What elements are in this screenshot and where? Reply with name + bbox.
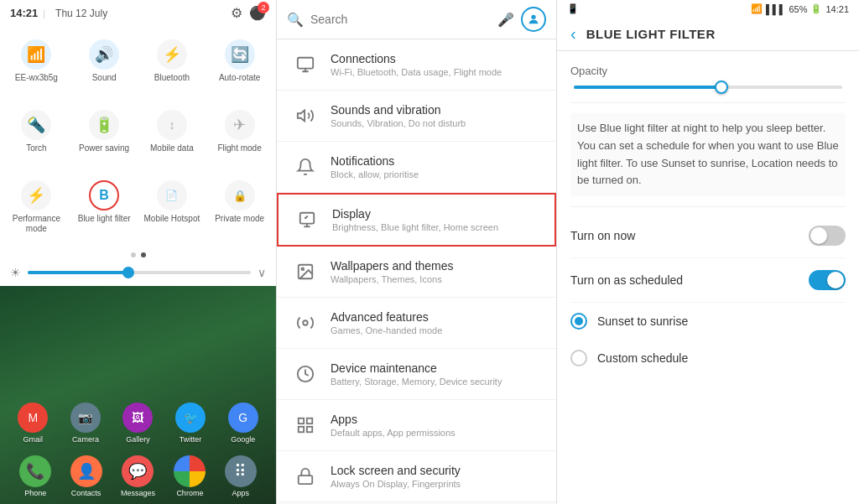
detail-time: 14:21 xyxy=(825,4,849,14)
phone-icon: 📞 xyxy=(19,455,51,487)
svg-point-7 xyxy=(301,268,304,270)
detail-content: Opacity Use Blue light filter at night t… xyxy=(557,51,859,504)
contacts-label: Contacts xyxy=(71,489,102,497)
torch-label: Torch xyxy=(26,143,46,153)
search-bar: 🔍 🎤 xyxy=(277,0,556,39)
radio-sunset-circle xyxy=(570,313,587,330)
chrome-icon xyxy=(174,455,206,487)
battery-percent: 65% xyxy=(789,4,807,14)
settings-item-notifications[interactable]: Notifications Block, allow, prioritise xyxy=(277,142,556,193)
qs-tile-flightmode[interactable]: ✈ Flight mode xyxy=(206,103,273,160)
back-button[interactable]: ‹ xyxy=(570,24,576,44)
camera-icon: 📷 xyxy=(70,403,101,433)
lockscreen-subtitle: Always On Display, Fingerprints xyxy=(331,479,543,489)
radio-custom-label: Custom schedule xyxy=(597,351,688,365)
google-label: Google xyxy=(231,435,255,444)
maintenance-icon xyxy=(290,359,320,389)
performance-icon: ⚡ xyxy=(21,180,51,210)
turn-on-now-toggle[interactable] xyxy=(809,226,846,246)
expand-icon[interactable]: ∨ xyxy=(258,266,266,279)
dock: 📞 Phone 👤 Contacts 💬 Messages Chrome ⠿ xyxy=(0,449,276,504)
advanced-title: Advanced features xyxy=(331,310,543,324)
twitter-icon: 🐦 xyxy=(175,403,206,433)
turn-on-scheduled-label: Turn on as scheduled xyxy=(570,273,683,287)
brightness-slider[interactable] xyxy=(28,271,251,274)
detail-status-left: 📱 xyxy=(567,3,579,14)
page-dots xyxy=(0,247,276,262)
qs-tile-torch[interactable]: 🔦 Torch xyxy=(3,103,70,160)
turn-on-scheduled-row[interactable]: Turn on as scheduled xyxy=(570,258,846,303)
sounds-subtitle: Sounds, Vibration, Do not disturb xyxy=(331,118,543,128)
qs-tile-bluetooth[interactable]: ⚡ Bluetooth xyxy=(139,33,206,90)
qs-tile-hotspot[interactable]: 📄 Mobile Hotspot xyxy=(139,174,206,241)
dock-contacts[interactable]: 👤 Contacts xyxy=(70,455,102,497)
turn-on-now-row[interactable]: Turn on now xyxy=(570,214,846,258)
connections-title: Connections xyxy=(331,52,543,65)
gear-icon[interactable]: ⚙ xyxy=(231,5,242,21)
app-gallery[interactable]: 🖼 Gallery xyxy=(122,403,153,444)
app-camera[interactable]: 📷 Camera xyxy=(70,403,101,444)
connections-icon xyxy=(290,49,320,80)
search-icon: 🔍 xyxy=(287,12,304,28)
signal-icon: ▌▌▌ xyxy=(766,4,785,14)
hotspot-icon: 📄 xyxy=(157,180,187,210)
apps-subtitle: Default apps, App permissions xyxy=(331,428,543,438)
sound-label: Sound xyxy=(92,73,117,83)
settings-item-wallpapers[interactable]: Wallpapers and themes Wallpapers, Themes… xyxy=(277,247,556,298)
sound-icon: 🔊 xyxy=(89,39,119,70)
notification-icon[interactable]: ⚫ 2 xyxy=(249,5,266,21)
quick-tiles-row2: 🔦 Torch 🔋 Power saving ↕ Mobile data ✈ F… xyxy=(0,96,276,167)
apps-label: Apps xyxy=(232,489,250,497)
detail-status-bar: 📱 📶 ▌▌▌ 65% 🔋 14:21 xyxy=(557,0,859,18)
settings-item-advanced[interactable]: Advanced features Games, One-handed mode xyxy=(277,298,556,349)
phone-label: Phone xyxy=(24,489,46,497)
microphone-icon[interactable]: 🎤 xyxy=(497,12,514,28)
wifi-label: EE-wx3b5g xyxy=(15,73,58,83)
qs-tile-powersaving[interactable]: 🔋 Power saving xyxy=(71,103,138,160)
radio-sunset[interactable]: Sunset to sunrise xyxy=(570,303,846,340)
brightness-row: ☀ ∨ xyxy=(0,262,276,286)
apps-icon: ⠿ xyxy=(225,455,257,487)
bluetooth-label: Bluetooth xyxy=(154,73,190,83)
display-subtitle: Brightness, Blue light filter, Home scre… xyxy=(332,222,541,232)
app-twitter[interactable]: 🐦 Twitter xyxy=(175,403,206,444)
detail-header: ‹ BLUE LIGHT FILTER xyxy=(557,18,859,51)
qs-tile-performance[interactable]: ⚡ Performance mode xyxy=(3,174,70,241)
lockscreen-text: Lock screen and security Always On Displ… xyxy=(331,464,543,489)
opacity-slider[interactable] xyxy=(574,86,842,89)
qs-tile-autorotate[interactable]: 🔄 Auto-rotate xyxy=(206,33,273,90)
qs-tile-private[interactable]: 🔒 Private mode xyxy=(206,174,273,241)
mobiledata-icon: ↕ xyxy=(157,110,187,140)
settings-item-apps[interactable]: Apps Default apps, App permissions xyxy=(277,400,556,451)
settings-item-connections[interactable]: Connections Wi-Fi, Bluetooth, Data usage… xyxy=(277,39,556,91)
radio-custom[interactable]: Custom schedule xyxy=(570,340,846,377)
settings-item-maintenance[interactable]: Device maintenance Battery, Storage, Mem… xyxy=(277,349,556,400)
wallpapers-icon xyxy=(290,257,320,287)
advanced-text: Advanced features Games, One-handed mode xyxy=(331,310,543,335)
gmail-icon: M xyxy=(18,403,48,433)
search-input[interactable] xyxy=(310,13,491,26)
qs-tile-sound[interactable]: 🔊 Sound xyxy=(71,33,138,90)
settings-item-sounds[interactable]: Sounds and vibration Sounds, Vibration, … xyxy=(277,91,556,142)
dock-messages[interactable]: 💬 Messages xyxy=(121,455,155,497)
dock-phone[interactable]: 📞 Phone xyxy=(19,455,51,497)
turn-on-scheduled-toggle[interactable] xyxy=(809,270,846,290)
qs-tile-wifi[interactable]: 📶 EE-wx3b5g xyxy=(3,33,70,90)
connections-subtitle: Wi-Fi, Bluetooth, Data usage, Flight mod… xyxy=(331,67,543,77)
user-avatar[interactable] xyxy=(521,7,546,32)
qs-tile-mobiledata[interactable]: ↕ Mobile data xyxy=(139,103,206,160)
gallery-label: Gallery xyxy=(126,435,150,444)
private-label: Private mode xyxy=(215,214,264,224)
wifi-status-icon: 📶 xyxy=(751,3,763,14)
qs-tile-bluelight[interactable]: B Blue light filter xyxy=(71,174,138,241)
app-gmail[interactable]: M Gmail xyxy=(18,403,48,444)
settings-item-display[interactable]: Display Brightness, Blue light filter, H… xyxy=(277,193,556,247)
quick-tiles-row1: 📶 EE-wx3b5g 🔊 Sound ⚡ Bluetooth 🔄 Auto-r… xyxy=(0,26,276,96)
settings-item-lockscreen[interactable]: Lock screen and security Always On Displ… xyxy=(277,451,556,502)
sounds-icon xyxy=(290,101,320,131)
dock-chrome[interactable]: Chrome xyxy=(174,455,206,497)
advanced-icon xyxy=(290,308,320,338)
app-google[interactable]: G Google xyxy=(228,403,258,444)
radio-custom-circle xyxy=(570,350,587,366)
dock-apps[interactable]: ⠿ Apps xyxy=(225,455,257,497)
